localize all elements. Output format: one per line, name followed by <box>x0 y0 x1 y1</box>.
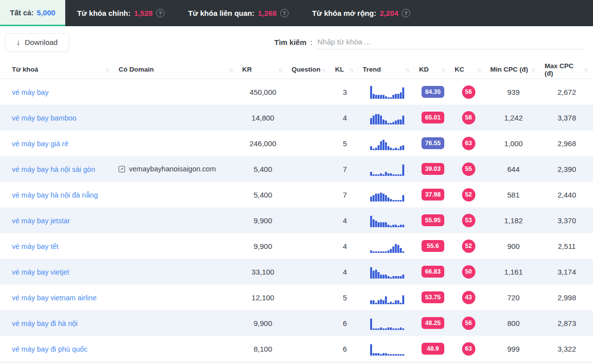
sort-icon[interactable]: ↑↓ <box>477 67 481 73</box>
kc-badge: 58 <box>462 111 475 124</box>
keyword-link[interactable]: vé máy bay vietjet <box>12 268 69 276</box>
trend-bar <box>395 148 397 150</box>
keyword-link[interactable]: vé máy bay hà nội đà nẵng <box>12 191 98 199</box>
trend-bar <box>387 303 389 304</box>
column-header-kl[interactable]: KL↑↓ <box>331 66 359 73</box>
column-header-min-cpc[interactable]: Min CPC (đ)↑↓ <box>486 66 541 73</box>
trend-bar <box>373 300 375 304</box>
trend-bar <box>375 303 377 304</box>
kl-value: 7 <box>331 191 359 199</box>
trend-bar <box>378 272 380 279</box>
tab-related-keywords[interactable]: Từ khóa liên quan: 1,268 ? <box>176 0 300 26</box>
kl-value: 5 <box>331 139 359 148</box>
trend-bar <box>375 353 377 356</box>
trend-bar <box>392 303 394 304</box>
sort-icon[interactable]: ↑↓ <box>531 67 536 73</box>
trend-bar <box>373 195 375 202</box>
kc-badge: 56 <box>462 85 475 99</box>
trend-bar <box>380 299 382 304</box>
table-row: vé máy bay giá rẻ ↗ 246,000 5 76.55 63 1… <box>0 130 593 156</box>
sort-icon[interactable]: ↑↓ <box>105 67 110 73</box>
search-input[interactable] <box>316 38 583 49</box>
kd-badge: 55.6 <box>422 240 444 252</box>
trend-bar <box>373 94 375 99</box>
sort-icon[interactable]: ↑↓ <box>229 67 233 73</box>
trend-bar <box>392 149 394 150</box>
trend-bar <box>392 95 394 99</box>
column-header-kr[interactable]: KR↑↓ <box>238 66 288 73</box>
keyword-link[interactable]: vé máy bay jetstar <box>12 217 70 225</box>
tab-expanded-keywords[interactable]: Từ khóa mở rộng: 2,204 ? <box>300 0 422 26</box>
domain-link[interactable]: ↗ vemaybayhanoisaigon.com <box>119 165 238 173</box>
trend-bar <box>400 200 402 202</box>
question-circle-icon[interactable]: ? <box>156 9 165 17</box>
column-label: Max CPC (đ) <box>545 62 584 77</box>
keyword-link[interactable]: vé máy bay tết <box>12 243 58 250</box>
trend-bar <box>387 198 389 202</box>
column-label: Trend <box>363 66 381 73</box>
trend-bar <box>385 142 387 150</box>
question-circle-icon[interactable]: ? <box>280 9 289 17</box>
trend-sparkline <box>370 136 404 150</box>
question-circle-icon[interactable]: ? <box>402 9 410 17</box>
tab-all-label: Tất cả: <box>10 8 34 17</box>
kd-badge: 55.95 <box>422 214 444 226</box>
kc-badge: 43 <box>462 291 475 304</box>
kl-value: 4 <box>331 114 359 122</box>
table-row: vé máy bay hà nội đà nẵng ↗ 5,400 7 37.9… <box>0 182 593 207</box>
keyword-link[interactable]: vé máy bay hà nội sài gòn <box>12 165 95 173</box>
column-header-kd[interactable]: KD↑↓ <box>415 66 451 73</box>
keyword-link[interactable]: vé máy bay đi hà nội <box>12 320 78 327</box>
keyword-link[interactable]: vé máy bay vietnam airline <box>12 294 97 302</box>
trend-bar <box>375 174 377 176</box>
table-row: vé máy bay ↗ 450,000 3 84.35 56 939 2,67… <box>0 79 593 105</box>
column-header-keyword[interactable]: Từ khoá↑↓ <box>0 66 115 73</box>
trend-bar <box>402 145 404 150</box>
sort-icon[interactable]: ↑↓ <box>584 67 588 73</box>
column-header-trend[interactable]: Trend↑↓ <box>359 66 415 73</box>
keyword-link[interactable]: vé máy bay giá rẻ <box>12 140 68 148</box>
kd-badge: 76.55 <box>422 137 444 149</box>
download-button[interactable]: ↓ Download <box>5 33 69 52</box>
column-header-domain[interactable]: Có Domain↑↓ <box>115 66 238 73</box>
trend-bar <box>382 95 384 99</box>
max-cpc-value: 2,873 <box>541 319 593 327</box>
trend-bar <box>382 275 384 279</box>
kr-value: 450,000 <box>238 88 288 96</box>
sort-icon[interactable]: ↑↓ <box>349 67 354 73</box>
trend-sparkline <box>370 111 404 124</box>
table-row: vé máy bay jetstar ↗ 9,900 4 55.95 53 1,… <box>0 207 593 233</box>
column-header-kc[interactable]: KC↑↓ <box>451 66 486 73</box>
tab-all[interactable]: Tất cả: 5,000 <box>0 0 65 26</box>
trend-bar <box>385 96 387 99</box>
kd-badge: 66.83 <box>422 266 444 278</box>
kr-value: 5,400 <box>238 165 288 173</box>
tab-main-keywords[interactable]: Từ khóa chính: 1,528 ? <box>65 0 176 26</box>
kr-value: 12,100 <box>238 293 288 302</box>
trend-sparkline <box>370 265 404 279</box>
sort-icon[interactable]: ↑↓ <box>441 67 446 73</box>
trend-bar <box>390 199 392 202</box>
kr-value: 9,900 <box>238 242 288 250</box>
trend-bar <box>385 195 387 202</box>
trend-bar <box>380 173 382 176</box>
column-header-question[interactable]: Question↑↓ <box>288 66 331 73</box>
keyword-link[interactable]: vé máy bay bamboo <box>12 114 77 122</box>
trend-bar <box>375 194 377 202</box>
trend-bar <box>402 225 404 227</box>
min-cpc-value: 1,161 <box>486 268 541 276</box>
trend-bar <box>373 328 375 330</box>
trend-bar <box>380 116 382 124</box>
search-area: Tìm kiếm : <box>274 38 583 49</box>
sort-icon[interactable]: ↑↓ <box>278 67 283 73</box>
kl-value: 4 <box>331 242 359 250</box>
trend-bar <box>382 222 384 227</box>
trend-sparkline <box>370 239 404 253</box>
sort-icon[interactable]: ↑↓ <box>406 67 410 73</box>
min-cpc-value: 1,000 <box>486 139 541 148</box>
sort-icon[interactable]: ↑↓ <box>322 67 326 73</box>
keyword-link[interactable]: vé máy bay đi phú quốc <box>12 345 87 353</box>
column-header-max-cpc[interactable]: Max CPC (đ)↑↓ <box>541 62 593 77</box>
trend-bar <box>382 174 384 176</box>
keyword-link[interactable]: vé máy bay <box>12 88 48 96</box>
